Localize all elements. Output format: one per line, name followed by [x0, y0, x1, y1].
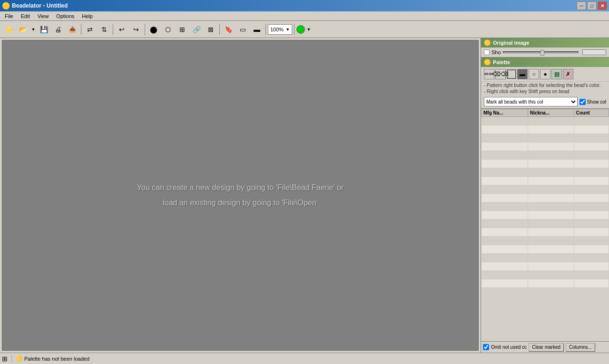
- slider-right-track: [582, 49, 606, 55]
- columns-button[interactable]: Columns...: [566, 343, 595, 352]
- palette-header: 🟡 Palette: [481, 57, 609, 67]
- export-button[interactable]: 📤: [66, 23, 79, 36]
- mirror-v-button[interactable]: ⇅: [98, 23, 111, 36]
- palette-icon: 🟡: [484, 59, 491, 66]
- original-image-panel: 🟡 Original image Sho: [481, 38, 609, 57]
- title-bar: 🟡 Beadelator - Untitled ─ □ ✕: [0, 0, 609, 11]
- table-row: [481, 185, 609, 194]
- show-label: Sho: [491, 49, 501, 55]
- open-dropdown[interactable]: ▼: [30, 23, 36, 36]
- rectfill-button[interactable]: ▬: [250, 23, 264, 36]
- table-row: [481, 143, 609, 151]
- slider-container: [503, 51, 579, 53]
- mark-row: Mark all beads with this col Show col: [481, 95, 609, 108]
- col-nickname: Nickna...: [528, 109, 574, 117]
- palette-hint-text-1: - Pattern right button click for selecti…: [484, 83, 606, 88]
- fill-tool-button[interactable]: ▤: [551, 69, 562, 79]
- open-button[interactable]: 📂: [16, 23, 29, 36]
- title-bar-controls: ─ □ ✕: [577, 1, 607, 10]
- palette-status-icon: 🟡: [16, 355, 22, 362]
- table-row: [481, 220, 609, 228]
- minimize-button[interactable]: ─: [577, 1, 586, 10]
- bookmark-button[interactable]: 🔖: [222, 23, 235, 36]
- eraser-tool-button[interactable]: ⌫: [495, 69, 506, 79]
- palette-hint-1: - Pattern right button click for selecti…: [481, 81, 609, 89]
- undo-button[interactable]: ↩: [115, 23, 128, 36]
- rect-button[interactable]: ▭: [236, 23, 249, 36]
- show-checkbox[interactable]: [484, 49, 490, 55]
- select-button[interactable]: ⊠: [204, 23, 217, 36]
- save-button[interactable]: 💾: [37, 23, 50, 36]
- mark-dropdown[interactable]: Mark all beads with this col: [484, 97, 578, 106]
- rect-outline-button[interactable]: [507, 69, 516, 79]
- canvas-message-line2: load an existing design by going to 'Fil…: [137, 195, 344, 211]
- zoom-level: 100%: [270, 27, 284, 32]
- clear-tool-button[interactable]: ✗: [563, 69, 573, 79]
- palette-hint-2: - Right click with key Shift press on be…: [481, 89, 609, 95]
- color-indicator[interactable]: [296, 25, 305, 34]
- omit-label: Omit not used cc: [483, 344, 527, 350]
- menu-options[interactable]: Options: [52, 12, 78, 20]
- table-row: [481, 254, 609, 262]
- slider-thumb[interactable]: [540, 50, 544, 56]
- table-row: [481, 134, 609, 143]
- palette-tools: ✏ ⌫ ▬ ○ ● ▤ ✗: [481, 67, 609, 81]
- right-panel: 🟡 Original image Sho 🟡: [481, 38, 609, 353]
- table-row: [481, 262, 609, 271]
- table-row: [481, 237, 609, 245]
- title-bar-icon: 🟡: [2, 2, 10, 10]
- zoom-dropdown-arrow[interactable]: ▼: [285, 27, 290, 32]
- original-image-header: 🟡 Original image: [481, 38, 609, 48]
- toolbar-separator-6: [294, 24, 295, 35]
- redo-button[interactable]: ↪: [129, 23, 143, 36]
- zoom-container: 100% ▼: [268, 24, 292, 35]
- close-button[interactable]: ✕: [598, 1, 607, 10]
- rect-fill-button[interactable]: ▬: [517, 69, 528, 79]
- table-row: [481, 194, 609, 202]
- palette-hint-text-2: - Right click with key Shift press on be…: [484, 89, 606, 94]
- table-row: [481, 211, 609, 220]
- mirror-h-button[interactable]: ⇄: [83, 23, 97, 36]
- toolbar-separator-3: [145, 24, 145, 35]
- toolbar-separator-5: [265, 24, 266, 35]
- table-row: [481, 125, 609, 134]
- canvas-message-line1: You can create a new design by going to …: [137, 180, 344, 195]
- menu-edit[interactable]: Edit: [17, 12, 34, 20]
- palette-data-table: Mfg Na... Nickna... Count: [481, 109, 609, 288]
- lasso-button[interactable]: 🔗: [190, 23, 203, 36]
- hex-tool-button[interactable]: ⬡: [161, 23, 175, 36]
- square-tool-button[interactable]: ⊞: [176, 23, 189, 36]
- toolbar-separator-1: [81, 24, 81, 35]
- toolbar: ⭐ 📂 ▼ 💾 🖨 📤 ⇄ ⇅ ↩ ↪ ⬤ ⬡ ⊞ 🔗 ⊠ 🔖 ▭ ▬ 100%…: [0, 21, 609, 38]
- palette-table: Mfg Na... Nickna... Count: [481, 108, 609, 341]
- status-section-palette: 🟡 Palette has not been loaded: [16, 355, 93, 362]
- zoom-dropdown[interactable]: 100% ▼: [268, 24, 292, 35]
- show-color-checkbox[interactable]: [580, 99, 586, 105]
- original-image-icon: 🟡: [484, 39, 491, 46]
- palette-panel: 🟡 Palette ✏ ⌫ ▬ ○ ● ▤ ✗ - Pattern right …: [481, 57, 609, 353]
- show-color-text: Show col: [587, 99, 606, 105]
- menu-view[interactable]: View: [34, 12, 53, 20]
- circle-outline-button[interactable]: ○: [529, 69, 539, 79]
- grid-icon: ⊞: [2, 355, 8, 363]
- table-row: [481, 177, 609, 185]
- print-button[interactable]: 🖨: [51, 23, 65, 36]
- show-row: Sho: [484, 49, 606, 55]
- original-image-content: Sho: [481, 48, 609, 57]
- table-row: [481, 245, 609, 254]
- palette-table-body: [481, 117, 609, 288]
- omit-checkbox[interactable]: [483, 344, 489, 350]
- menu-file[interactable]: File: [1, 12, 17, 20]
- toolbar-separator-4: [219, 24, 220, 35]
- col-count: Count: [574, 109, 609, 117]
- menu-help[interactable]: Help: [78, 12, 97, 20]
- table-row: [481, 271, 609, 279]
- circle-fill-button[interactable]: ●: [540, 69, 550, 79]
- maximize-button[interactable]: □: [587, 1, 597, 10]
- clear-marked-button[interactable]: Clear marked: [529, 343, 564, 352]
- original-image-title: Original image: [493, 40, 529, 46]
- color-dropdown[interactable]: ▼: [306, 23, 312, 36]
- table-row: [481, 228, 609, 237]
- circle-tool-button[interactable]: ⬤: [147, 23, 160, 36]
- new-button[interactable]: ⭐: [2, 23, 15, 36]
